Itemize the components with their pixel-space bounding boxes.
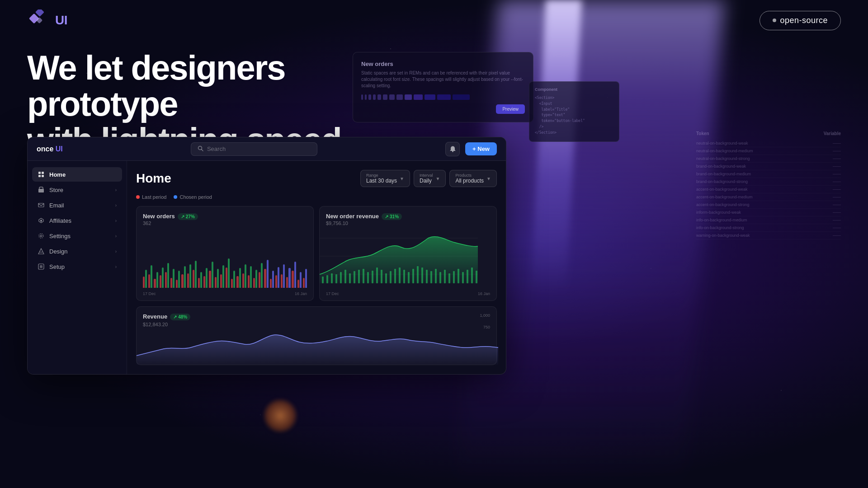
bar-chosen-period — [294, 262, 296, 288]
range-label: Range — [366, 173, 397, 178]
bar-last-period — [286, 277, 288, 288]
sidebar-item-store[interactable]: Store › — [32, 183, 122, 197]
affiliates-chevron: › — [115, 218, 117, 223]
new-orders-title: New orders — [143, 213, 175, 220]
affiliates-icon — [38, 217, 45, 224]
bar-group — [236, 268, 241, 288]
setup-chevron: › — [115, 264, 117, 269]
bar-chosen-period — [300, 272, 302, 288]
bar-last-period — [170, 278, 172, 288]
new-orders-badge: ↗ 27% — [178, 213, 198, 220]
bar-last-period — [220, 274, 222, 288]
bar-group — [253, 270, 257, 288]
svg-rect-27 — [340, 272, 342, 283]
preview-button[interactable]: Preview — [496, 104, 525, 114]
sidebar-item-design[interactable]: Design › — [32, 244, 122, 258]
svg-point-5 — [452, 151, 453, 152]
bar-group — [281, 264, 285, 288]
variable-row: warning-on-background-weak —— — [696, 232, 841, 239]
bar-group — [275, 267, 279, 288]
bar-group — [143, 270, 147, 288]
svg-line-4 — [201, 149, 203, 151]
variable-value: —— — [833, 233, 841, 238]
bar-chosen-period — [228, 258, 230, 288]
bar-last-period — [242, 273, 244, 288]
open-source-badge[interactable]: open-source — [760, 11, 841, 30]
variable-value: —— — [833, 149, 841, 153]
svg-rect-46 — [426, 270, 428, 283]
sidebar-item-affiliates[interactable]: Affiliates › — [32, 213, 122, 228]
spacing-card-title: New orders — [361, 61, 525, 67]
notifications-button[interactable] — [445, 142, 460, 156]
design-chevron: › — [115, 249, 117, 254]
new-button[interactable]: + New — [465, 142, 497, 155]
products-filter[interactable]: Products All products ▼ — [449, 170, 497, 187]
variable-value: —— — [833, 156, 841, 161]
svg-point-15 — [39, 234, 43, 238]
interval-value: Daily — [420, 178, 432, 184]
email-chevron: › — [115, 203, 117, 208]
products-value: All products — [455, 178, 484, 184]
new-orders-end-date: 16 Jan — [295, 291, 307, 296]
bar-last-period — [165, 272, 167, 288]
sidebar-setup-label: Setup — [49, 263, 111, 270]
search-bar[interactable]: Search — [191, 142, 317, 156]
range-filter[interactable]: Range Last 30 days ▼ — [360, 170, 410, 187]
variable-row: brand-on-background-medium —— — [696, 170, 841, 178]
interval-filter[interactable]: Interval Daily ▼ — [414, 170, 446, 187]
spacing-dot-5 — [377, 94, 381, 100]
component-label: Component — [535, 87, 613, 92]
dashboard-window: once UI Search + New — [27, 137, 506, 375]
bar-last-period — [248, 275, 250, 288]
svg-rect-11 — [38, 203, 44, 207]
search-icon — [198, 145, 203, 153]
sidebar-item-home[interactable]: Home — [32, 167, 122, 182]
sidebar: Home Store › — [28, 161, 127, 374]
variables-header: Token Variable — [696, 131, 841, 136]
settings-icon — [38, 232, 45, 239]
sidebar-affiliates-label: Affiliates — [49, 217, 111, 224]
sidebar-settings-label: Settings — [49, 233, 111, 239]
main-content: Home Range Last 30 days ▼ — [127, 161, 506, 374]
revenue-fill — [137, 335, 498, 365]
spacing-dot-13 — [453, 94, 470, 100]
spacing-dot-8 — [396, 94, 403, 100]
svg-rect-45 — [421, 267, 423, 283]
bar-group — [259, 263, 263, 288]
svg-marker-13 — [40, 220, 42, 222]
bar-last-period — [198, 278, 200, 288]
bar-last-period — [193, 270, 194, 288]
sidebar-item-settings[interactable]: Settings › — [32, 229, 122, 243]
svg-rect-25 — [331, 273, 333, 283]
bar-group — [203, 268, 208, 288]
range-value: Last 30 days — [366, 178, 397, 184]
badge-dot — [773, 19, 776, 22]
total-revenue-title: Revenue — [143, 313, 167, 320]
logo-area: UI — [27, 9, 67, 31]
variable-value: —— — [833, 141, 841, 145]
sidebar-item-email[interactable]: Email › — [32, 198, 122, 212]
spacing-dot-7 — [389, 94, 395, 100]
variable-name: warning-on-background-weak — [696, 233, 750, 238]
bar-chosen-period — [151, 265, 152, 288]
bar-last-period — [176, 280, 178, 288]
svg-rect-47 — [430, 271, 432, 283]
bar-group — [154, 272, 158, 288]
variable-name: accent-on-background-medium — [696, 195, 753, 199]
spacing-card-desc: Static spaces are set in REMs and can be… — [361, 70, 525, 89]
bar-chosen-period — [195, 261, 197, 288]
variable-name: info-on-background-strong — [696, 225, 744, 230]
store-icon — [38, 186, 45, 193]
dashboard-logo: once UI — [37, 145, 63, 153]
bar-chosen-period — [162, 267, 164, 288]
bar-last-period — [203, 276, 205, 288]
sidebar-item-setup[interactable]: Setup › — [32, 259, 122, 274]
bar-group — [148, 265, 152, 288]
bar-last-period — [297, 280, 299, 288]
svg-marker-16 — [38, 249, 44, 254]
bar-chosen-period — [245, 264, 246, 288]
dashboard-topbar: once UI Search + New — [28, 137, 506, 161]
chosen-period-legend: Chosen period — [174, 194, 212, 200]
variable-name: brand-on-background-weak — [696, 164, 746, 169]
revenue-end-date: 16 Jan — [478, 291, 490, 296]
